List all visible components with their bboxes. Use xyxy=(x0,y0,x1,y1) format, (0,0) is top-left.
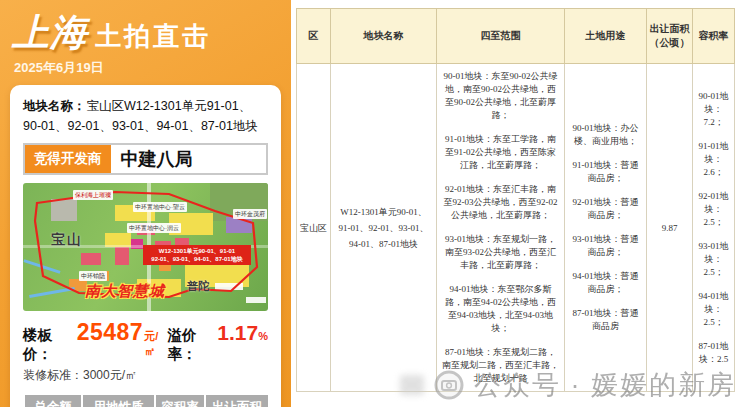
detail-header-cell: 地块名称 xyxy=(331,9,437,64)
summary-header-cell: 容积率 xyxy=(155,394,205,407)
summary-header-cell: 用地性质 xyxy=(82,394,155,407)
developer-name: 中建八局 xyxy=(111,145,203,173)
plot-ratio-cell: 90-01地块：7.2；91-01地块：2.6；92-01地块：2.5；93-0… xyxy=(693,64,735,392)
map-poi-label: 中环置地中心·润云 xyxy=(127,223,181,233)
price-row: 楼板价： 25487 元/㎡ 溢价率： 1.17 % xyxy=(23,319,268,364)
camera-logo-icon xyxy=(433,369,465,401)
floor-price-value: 25487 xyxy=(77,319,143,346)
map-district-label: 普陀 xyxy=(187,279,209,294)
parcel-name-label: 地块名称： xyxy=(23,99,86,113)
boundary-entry: 92-01地块：东至汇丰路，南至92-03公共绿地，西至92-02公共绿地，北至… xyxy=(439,183,562,222)
land-use-entry: 90-01地块：办公楼、商业用地； xyxy=(567,122,644,148)
land-use-cell: 90-01地块：办公楼、商业用地；91-01地块：普通商品房；92-01地块：普… xyxy=(565,64,647,392)
district-cell: 宝山区 xyxy=(297,64,331,392)
parcel-card: 地块名称：宝山区W12-1301单元91-01、90-01、92-01、93-0… xyxy=(10,85,281,407)
watermark: 公众号 · 媛媛的新房 xyxy=(400,367,736,403)
floor-price-unit: 元/㎡ xyxy=(144,329,167,359)
plot-ratio-entry: 87-01地块：2.5 xyxy=(695,340,732,366)
map-poi-label: 中环铂隐 xyxy=(79,271,107,281)
premium-label: 溢价率： xyxy=(167,326,217,364)
planning-map: 保利海上璀璨 中环置地中心·望云 中环金茂府 中环置地中心·润云 中环铂隐 宝山… xyxy=(23,183,268,311)
floor-price-label: 楼板价： xyxy=(23,326,77,364)
detail-header-cell: 出让面积（公顷） xyxy=(647,9,693,64)
plot-ratio-entry: 91-01地块：2.6； xyxy=(695,140,732,179)
summary-header-cell: 出让面积 xyxy=(205,394,269,407)
brand-date: 2025年6月19日 xyxy=(14,59,281,77)
land-use-entry: 87-01地块：普通商品房 xyxy=(567,307,644,333)
boundaries-list: 90-01地块：东至90-02公共绿地，南至90-02公共绿地，西至90-02公… xyxy=(439,70,562,385)
parcel-name: 地块名称：宝山区W12-1301单元91-01、90-01、92-01、93-0… xyxy=(23,96,268,136)
detail-header-cell: 土地用途 xyxy=(565,9,647,64)
map-poi-label: 中环置地中心·望云 xyxy=(133,202,187,212)
summary-header-cell: 总金额 xyxy=(24,394,82,407)
boundary-entry: 93-01地块：东至规划一路，南至93-02公共绿地，西至汇丰路，北至蔚厚路； xyxy=(439,233,562,272)
land-use-entry: 92-01地块：普通商品房； xyxy=(567,196,644,222)
detail-header-cell: 四至范围 xyxy=(437,9,565,64)
area-cell: 9.87 xyxy=(647,64,693,392)
summary-table: 总金额用地性质容积率出让面积 819533万 办公楼, 商业用地 普通商品房 7… xyxy=(23,393,270,407)
detail-table-header: 区地块名称四至范围土地用途出让面积（公顷）容积率 xyxy=(297,9,735,64)
boundary-entry: 90-01地块：东至90-02公共绿地，南至90-02公共绿地，西至90-02公… xyxy=(439,70,562,122)
premium-unit: % xyxy=(258,330,268,342)
land-use-entry: 94-01地块：普通商品房； xyxy=(567,270,644,296)
boundary-entry: 91-01地块：东至工学路，南至91-02公共绿地，西至陈家江路，北至蔚厚路； xyxy=(439,133,562,172)
boundary-entry: 94-01地块：东至鄂尔多斯路，南至94-02公共绿地，西至94-03地块，北至… xyxy=(439,283,562,335)
brand-title: 土拍直击 xyxy=(95,19,211,54)
plot-ratio-list: 90-01地块：7.2；91-01地块：2.6；92-01地块：2.5；93-0… xyxy=(695,90,732,366)
premium-value: 1.17 xyxy=(217,321,258,345)
map-poi-label: 保利海上璀璨 xyxy=(73,190,113,200)
parcel-name-cell: W12-1301单元90-01、91-01、92-01、93-01、94-01、… xyxy=(331,64,437,392)
developer-badge: 竞得开发商 xyxy=(25,145,111,173)
detail-header-cell: 区 xyxy=(297,9,331,64)
watermark-blur-blob xyxy=(400,375,424,395)
map-poi-label: 中环金茂府 xyxy=(233,209,267,219)
brand-row: 上海 土拍直击 xyxy=(10,6,281,58)
plot-ratio-entry: 93-01地块：2.5； xyxy=(695,240,732,279)
detail-table: 区地块名称四至范围土地用途出让面积（公顷）容积率 宝山区 W12-1301单元9… xyxy=(296,8,735,392)
summary-table-header: 总金额用地性质容积率出让面积 xyxy=(24,394,269,407)
plot-ratio-entry: 92-01地块：2.5； xyxy=(695,190,732,229)
plot-ratio-entry: 90-01地块：7.2； xyxy=(695,90,732,129)
infographic-canvas: 上海 土拍直击 2025年6月19日 地块名称：宝山区W12-1301单元91-… xyxy=(0,0,740,407)
developer-row: 竞得开发商 中建八局 xyxy=(23,143,268,175)
map-parcel-flag: W12-1301单元90-01、91-01 92-01、93-01、94-01、… xyxy=(143,245,251,265)
plot-ratio-entry: 94-01地块：2.5； xyxy=(695,290,732,329)
land-use-entry: 93-01地块：普通商品房； xyxy=(567,233,644,259)
map-parcel-flag-line2: 92-01、93-01、94-01、87-01地块 xyxy=(146,255,248,263)
decoration-standard: 装修标准：3000元/㎡ xyxy=(23,367,268,384)
map-site-name: 南大智慧城 xyxy=(85,282,165,301)
premium-group: 溢价率： 1.17 % xyxy=(167,321,268,364)
detail-table-row: 宝山区 W12-1301单元90-01、91-01、92-01、93-01、94… xyxy=(297,64,735,392)
watermark-text: 公众号 · 媛媛的新房 xyxy=(474,367,736,403)
boundaries-cell: 90-01地块：东至90-02公共绿地，南至90-02公共绿地，西至90-02公… xyxy=(437,64,565,392)
land-use-list: 90-01地块：办公楼、商业用地；91-01地块：普通商品房；92-01地块：普… xyxy=(567,122,644,333)
detail-header-cell: 容积率 xyxy=(693,9,735,64)
brand-city: 上海 xyxy=(12,8,88,58)
land-use-entry: 91-01地块：普通商品房； xyxy=(567,159,644,185)
right-panel: 区地块名称四至范围土地用途出让面积（公顷）容积率 宝山区 W12-1301单元9… xyxy=(291,0,740,407)
map-parcel-flag-line1: W12-1301单元90-01、91-01 xyxy=(146,247,248,255)
left-panel: 上海 土拍直击 2025年6月19日 地块名称：宝山区W12-1301单元91-… xyxy=(0,0,291,407)
map-district-label: 宝山 xyxy=(51,231,83,249)
